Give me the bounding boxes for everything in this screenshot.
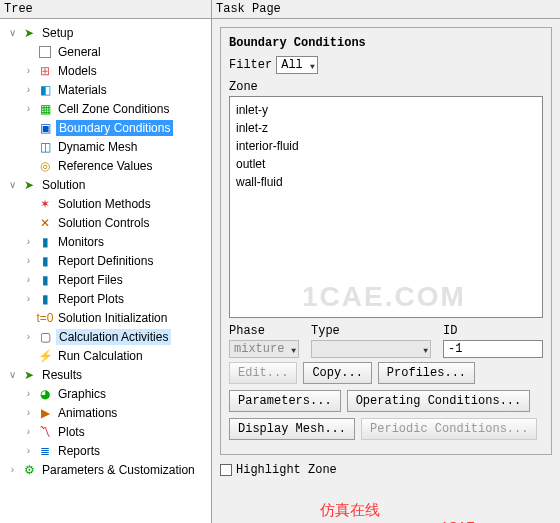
materials-icon: ◧ — [37, 82, 53, 98]
cell-zone-icon: ▦ — [37, 101, 53, 117]
plots-icon: 〽 — [37, 424, 53, 440]
tree-models[interactable]: › ⊞ Models — [2, 61, 209, 80]
tree-plots[interactable]: › 〽 Plots — [2, 422, 209, 441]
tree-solution[interactable]: ∨ ➤ Solution — [2, 175, 209, 194]
tree-reports[interactable]: › ≣ Reports — [2, 441, 209, 460]
boundary-conditions-group: Boundary Conditions Filter All Zone inle… — [220, 27, 552, 455]
results-icon: ➤ — [21, 367, 37, 383]
expand-icon[interactable]: › — [7, 464, 18, 475]
display-mesh-button[interactable]: Display Mesh... — [229, 418, 355, 440]
phase-combo: mixture — [229, 340, 299, 358]
tree-report-files[interactable]: › ▮ Report Files — [2, 270, 209, 289]
expand-icon[interactable]: › — [23, 84, 34, 95]
zone-item[interactable]: inlet-y — [236, 101, 536, 119]
expand-icon[interactable]: › — [23, 103, 34, 114]
expand-icon[interactable]: › — [23, 331, 34, 342]
tree-pane: Tree ∨ ➤ Setup General › ⊞ Models › ◧ Ma… — [0, 0, 212, 523]
task-page: Task Page 1CAE.COM Boundary Conditions F… — [212, 0, 560, 523]
graphics-icon: ◕ — [37, 386, 53, 402]
copy-button[interactable]: Copy... — [303, 362, 371, 384]
params-icon: ⚙ — [21, 462, 37, 478]
highlight-zone-checkbox[interactable]: Highlight Zone — [220, 463, 552, 477]
solinit-icon: t=0 — [37, 310, 53, 326]
type-label: Type — [311, 324, 431, 338]
tree-results[interactable]: ∨ ➤ Results — [2, 365, 209, 384]
tree-general[interactable]: General — [2, 42, 209, 61]
tree-monitors[interactable]: › ▮ Monitors — [2, 232, 209, 251]
zone-label: Zone — [229, 80, 543, 94]
periodic-button: Periodic Conditions... — [361, 418, 537, 440]
tree-materials[interactable]: › ◧ Materials — [2, 80, 209, 99]
expand-icon[interactable]: › — [23, 236, 34, 247]
tree-view[interactable]: ∨ ➤ Setup General › ⊞ Models › ◧ Materia… — [0, 19, 211, 523]
boundary-icon: ▣ — [37, 120, 53, 136]
reportdef-icon: ▮ — [37, 253, 53, 269]
collapse-icon[interactable]: ∨ — [7, 27, 18, 38]
tree-ref-values[interactable]: ◎ Reference Values — [2, 156, 209, 175]
solution-icon: ➤ — [21, 177, 37, 193]
general-icon — [37, 44, 53, 60]
type-combo — [311, 340, 431, 358]
runcalc-icon: ⚡ — [37, 348, 53, 364]
tree-graphics[interactable]: › ◕ Graphics — [2, 384, 209, 403]
tree-report-plots[interactable]: › ▮ Report Plots — [2, 289, 209, 308]
parameters-button[interactable]: Parameters... — [229, 390, 341, 412]
reportfiles-icon: ▮ — [37, 272, 53, 288]
collapse-icon[interactable]: ∨ — [7, 369, 18, 380]
expand-icon[interactable]: › — [23, 407, 34, 418]
tree-setup[interactable]: ∨ ➤ Setup — [2, 23, 209, 42]
op-cond-button[interactable]: Operating Conditions... — [347, 390, 531, 412]
tree-calc-activities[interactable]: › ▢ Calculation Activities — [2, 327, 209, 346]
checkbox-icon[interactable] — [220, 464, 232, 476]
tree-sol-init[interactable]: t=0 Solution Initialization — [2, 308, 209, 327]
expand-icon[interactable]: › — [23, 293, 34, 304]
spacer — [23, 350, 34, 361]
expand-icon[interactable]: › — [23, 122, 34, 133]
zone-list[interactable]: inlet-y inlet-z interior-fluid outlet wa… — [229, 96, 543, 318]
tree-cell-zone[interactable]: › ▦ Cell Zone Conditions — [2, 99, 209, 118]
tree-pane-title: Tree — [0, 0, 211, 19]
spacer — [23, 46, 34, 57]
anim-icon: ▶ — [37, 405, 53, 421]
zone-item[interactable]: interior-fluid — [236, 137, 536, 155]
watermark-url: www.1CAE.com — [410, 519, 503, 523]
watermark-cn: 仿真在线 — [320, 501, 380, 520]
tree-boundary-conditions[interactable]: › ▣ Boundary Conditions — [2, 118, 209, 137]
calcact-icon: ▢ — [37, 329, 53, 345]
zone-item[interactable]: inlet-z — [236, 119, 536, 137]
dynmesh-icon: ◫ — [37, 139, 53, 155]
reports-icon: ≣ — [37, 443, 53, 459]
collapse-icon[interactable]: ∨ — [7, 179, 18, 190]
tree-run-calc[interactable]: ⚡ Run Calculation — [2, 346, 209, 365]
spacer — [23, 198, 34, 209]
tree-params[interactable]: › ⚙ Parameters & Customization — [2, 460, 209, 479]
phase-label: Phase — [229, 324, 299, 338]
spacer — [23, 160, 34, 171]
expand-icon[interactable]: › — [23, 255, 34, 266]
reportplots-icon: ▮ — [37, 291, 53, 307]
expand-icon[interactable]: › — [23, 388, 34, 399]
controls-icon: ✕ — [37, 215, 53, 231]
zone-item[interactable]: wall-fluid — [236, 173, 536, 191]
highlight-label: Highlight Zone — [236, 463, 337, 477]
expand-icon[interactable]: › — [23, 65, 34, 76]
zone-item[interactable]: outlet — [236, 155, 536, 173]
refval-icon: ◎ — [37, 158, 53, 174]
tree-animations[interactable]: › ▶ Animations — [2, 403, 209, 422]
monitors-icon: ▮ — [37, 234, 53, 250]
button-area: Edit... Copy... Profiles... Parameters..… — [229, 362, 543, 440]
filter-label: Filter — [229, 58, 272, 72]
filter-combo[interactable]: All — [276, 56, 318, 74]
tree-solution-methods[interactable]: ✶ Solution Methods — [2, 194, 209, 213]
spacer — [23, 312, 34, 323]
bc-title: Boundary Conditions — [229, 36, 543, 50]
tree-dynamic-mesh[interactable]: ◫ Dynamic Mesh — [2, 137, 209, 156]
profiles-button[interactable]: Profiles... — [378, 362, 475, 384]
edit-button: Edit... — [229, 362, 297, 384]
tree-report-def[interactable]: › ▮ Report Definitions — [2, 251, 209, 270]
expand-icon[interactable]: › — [23, 426, 34, 437]
tree-solution-controls[interactable]: ✕ Solution Controls — [2, 213, 209, 232]
expand-icon[interactable]: › — [23, 445, 34, 456]
id-field[interactable]: -1 — [443, 340, 543, 358]
expand-icon[interactable]: › — [23, 274, 34, 285]
